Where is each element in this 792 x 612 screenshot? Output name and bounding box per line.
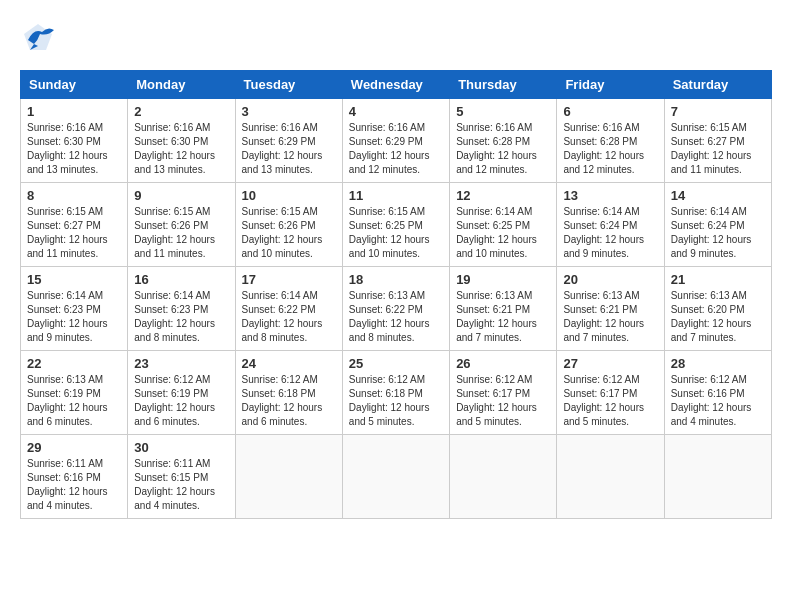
day-number: 19 <box>456 272 550 287</box>
calendar-week-3: 15 Sunrise: 6:14 AM Sunset: 6:23 PM Dayl… <box>21 267 772 351</box>
day-info: Sunrise: 6:16 AM Sunset: 6:29 PM Dayligh… <box>242 121 336 177</box>
day-info: Sunrise: 6:13 AM Sunset: 6:20 PM Dayligh… <box>671 289 765 345</box>
sunrise-label: Sunrise: 6:15 AM <box>671 122 747 133</box>
sunrise-label: Sunrise: 6:14 AM <box>27 290 103 301</box>
day-info: Sunrise: 6:14 AM Sunset: 6:23 PM Dayligh… <box>134 289 228 345</box>
empty-cell <box>235 435 342 519</box>
sunrise-label: Sunrise: 6:14 AM <box>134 290 210 301</box>
day-number: 9 <box>134 188 228 203</box>
day-info: Sunrise: 6:12 AM Sunset: 6:18 PM Dayligh… <box>349 373 443 429</box>
header-friday: Friday <box>557 71 664 99</box>
sunrise-label: Sunrise: 6:12 AM <box>134 374 210 385</box>
day-cell-9: 9 Sunrise: 6:15 AM Sunset: 6:26 PM Dayli… <box>128 183 235 267</box>
daylight-label: Daylight: 12 hours and 5 minutes. <box>456 402 537 427</box>
header-thursday: Thursday <box>450 71 557 99</box>
sunset-label: Sunset: 6:20 PM <box>671 304 745 315</box>
daylight-label: Daylight: 12 hours and 8 minutes. <box>242 318 323 343</box>
calendar-header-row: SundayMondayTuesdayWednesdayThursdayFrid… <box>21 71 772 99</box>
day-info: Sunrise: 6:14 AM Sunset: 6:24 PM Dayligh… <box>671 205 765 261</box>
day-cell-2: 2 Sunrise: 6:16 AM Sunset: 6:30 PM Dayli… <box>128 99 235 183</box>
empty-cell <box>450 435 557 519</box>
page-header <box>20 20 772 60</box>
sunset-label: Sunset: 6:21 PM <box>456 304 530 315</box>
day-info: Sunrise: 6:13 AM Sunset: 6:19 PM Dayligh… <box>27 373 121 429</box>
day-number: 23 <box>134 356 228 371</box>
day-cell-11: 11 Sunrise: 6:15 AM Sunset: 6:25 PM Dayl… <box>342 183 449 267</box>
daylight-label: Daylight: 12 hours and 7 minutes. <box>456 318 537 343</box>
sunrise-label: Sunrise: 6:14 AM <box>563 206 639 217</box>
daylight-label: Daylight: 12 hours and 6 minutes. <box>27 402 108 427</box>
daylight-label: Daylight: 12 hours and 13 minutes. <box>242 150 323 175</box>
sunset-label: Sunset: 6:27 PM <box>27 220 101 231</box>
day-info: Sunrise: 6:16 AM Sunset: 6:30 PM Dayligh… <box>27 121 121 177</box>
day-number: 17 <box>242 272 336 287</box>
day-cell-1: 1 Sunrise: 6:16 AM Sunset: 6:30 PM Dayli… <box>21 99 128 183</box>
sunrise-label: Sunrise: 6:12 AM <box>456 374 532 385</box>
sunset-label: Sunset: 6:23 PM <box>134 304 208 315</box>
day-info: Sunrise: 6:12 AM Sunset: 6:17 PM Dayligh… <box>456 373 550 429</box>
sunset-label: Sunset: 6:28 PM <box>456 136 530 147</box>
sunrise-label: Sunrise: 6:16 AM <box>27 122 103 133</box>
sunset-label: Sunset: 6:29 PM <box>242 136 316 147</box>
day-number: 2 <box>134 104 228 119</box>
empty-cell <box>664 435 771 519</box>
sunset-label: Sunset: 6:27 PM <box>671 136 745 147</box>
sunrise-label: Sunrise: 6:15 AM <box>27 206 103 217</box>
day-number: 15 <box>27 272 121 287</box>
sunrise-label: Sunrise: 6:13 AM <box>456 290 532 301</box>
daylight-label: Daylight: 12 hours and 8 minutes. <box>349 318 430 343</box>
day-cell-23: 23 Sunrise: 6:12 AM Sunset: 6:19 PM Dayl… <box>128 351 235 435</box>
day-number: 3 <box>242 104 336 119</box>
daylight-label: Daylight: 12 hours and 10 minutes. <box>242 234 323 259</box>
daylight-label: Daylight: 12 hours and 10 minutes. <box>349 234 430 259</box>
daylight-label: Daylight: 12 hours and 11 minutes. <box>27 234 108 259</box>
day-cell-19: 19 Sunrise: 6:13 AM Sunset: 6:21 PM Dayl… <box>450 267 557 351</box>
day-info: Sunrise: 6:15 AM Sunset: 6:27 PM Dayligh… <box>671 121 765 177</box>
daylight-label: Daylight: 12 hours and 7 minutes. <box>671 318 752 343</box>
daylight-label: Daylight: 12 hours and 8 minutes. <box>134 318 215 343</box>
calendar-table: SundayMondayTuesdayWednesdayThursdayFrid… <box>20 70 772 519</box>
sunrise-label: Sunrise: 6:14 AM <box>456 206 532 217</box>
day-info: Sunrise: 6:13 AM Sunset: 6:21 PM Dayligh… <box>563 289 657 345</box>
daylight-label: Daylight: 12 hours and 9 minutes. <box>671 234 752 259</box>
daylight-label: Daylight: 12 hours and 4 minutes. <box>671 402 752 427</box>
sunset-label: Sunset: 6:19 PM <box>27 388 101 399</box>
sunset-label: Sunset: 6:15 PM <box>134 472 208 483</box>
day-number: 13 <box>563 188 657 203</box>
day-cell-3: 3 Sunrise: 6:16 AM Sunset: 6:29 PM Dayli… <box>235 99 342 183</box>
day-cell-25: 25 Sunrise: 6:12 AM Sunset: 6:18 PM Dayl… <box>342 351 449 435</box>
day-number: 14 <box>671 188 765 203</box>
sunset-label: Sunset: 6:29 PM <box>349 136 423 147</box>
header-tuesday: Tuesday <box>235 71 342 99</box>
day-number: 25 <box>349 356 443 371</box>
daylight-label: Daylight: 12 hours and 4 minutes. <box>134 486 215 511</box>
day-number: 24 <box>242 356 336 371</box>
sunset-label: Sunset: 6:25 PM <box>349 220 423 231</box>
daylight-label: Daylight: 12 hours and 5 minutes. <box>563 402 644 427</box>
sunrise-label: Sunrise: 6:12 AM <box>242 374 318 385</box>
empty-cell <box>342 435 449 519</box>
sunset-label: Sunset: 6:25 PM <box>456 220 530 231</box>
sunrise-label: Sunrise: 6:16 AM <box>456 122 532 133</box>
sunset-label: Sunset: 6:22 PM <box>242 304 316 315</box>
logo-icon <box>20 20 56 60</box>
sunrise-label: Sunrise: 6:11 AM <box>134 458 210 469</box>
day-cell-22: 22 Sunrise: 6:13 AM Sunset: 6:19 PM Dayl… <box>21 351 128 435</box>
day-cell-30: 30 Sunrise: 6:11 AM Sunset: 6:15 PM Dayl… <box>128 435 235 519</box>
sunset-label: Sunset: 6:16 PM <box>27 472 101 483</box>
day-info: Sunrise: 6:15 AM Sunset: 6:27 PM Dayligh… <box>27 205 121 261</box>
daylight-label: Daylight: 12 hours and 4 minutes. <box>27 486 108 511</box>
day-cell-6: 6 Sunrise: 6:16 AM Sunset: 6:28 PM Dayli… <box>557 99 664 183</box>
day-cell-4: 4 Sunrise: 6:16 AM Sunset: 6:29 PM Dayli… <box>342 99 449 183</box>
day-cell-24: 24 Sunrise: 6:12 AM Sunset: 6:18 PM Dayl… <box>235 351 342 435</box>
sunset-label: Sunset: 6:18 PM <box>242 388 316 399</box>
daylight-label: Daylight: 12 hours and 13 minutes. <box>27 150 108 175</box>
day-number: 11 <box>349 188 443 203</box>
daylight-label: Daylight: 12 hours and 10 minutes. <box>456 234 537 259</box>
sunrise-label: Sunrise: 6:15 AM <box>242 206 318 217</box>
daylight-label: Daylight: 12 hours and 6 minutes. <box>242 402 323 427</box>
logo <box>20 20 58 60</box>
calendar-week-2: 8 Sunrise: 6:15 AM Sunset: 6:27 PM Dayli… <box>21 183 772 267</box>
day-info: Sunrise: 6:11 AM Sunset: 6:16 PM Dayligh… <box>27 457 121 513</box>
day-info: Sunrise: 6:16 AM Sunset: 6:28 PM Dayligh… <box>456 121 550 177</box>
